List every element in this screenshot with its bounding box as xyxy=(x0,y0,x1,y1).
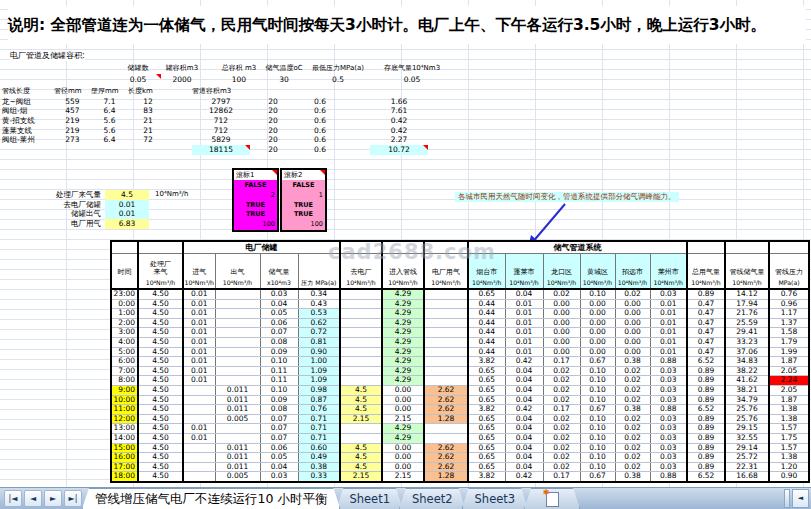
flow-value[interactable]: 0.01 xyxy=(105,200,149,210)
flow-unit: 10⁴Nm³/h xyxy=(155,190,188,200)
data-cell: 0.65 xyxy=(468,462,505,472)
data-cell: 4.50 xyxy=(138,414,183,424)
data-cell: 0.00 xyxy=(382,443,424,453)
data-cell: 0.01 xyxy=(183,328,215,338)
flow-value[interactable]: 0.01 xyxy=(105,209,149,219)
data-cell: 6.52 xyxy=(687,472,725,482)
scrollbar-split-handle[interactable] xyxy=(784,489,790,508)
insert-worksheet-icon xyxy=(546,492,559,507)
data-cell: 2.05 xyxy=(769,366,809,376)
data-cell: 4.29 xyxy=(382,309,424,319)
column-header xyxy=(298,254,340,278)
data-cell: 1.87 xyxy=(769,357,809,367)
column-header: 电厂用气 xyxy=(424,254,468,278)
data-cell: 2.62 xyxy=(424,385,468,395)
table-row: 8:004.500.010.111.094.290.650.040.020.10… xyxy=(111,376,809,386)
time-cell: 10:00 xyxy=(111,395,138,405)
data-cell xyxy=(340,289,382,299)
pipeline-value: 12 xyxy=(128,97,168,107)
prev-sheet-button[interactable]: ◄ xyxy=(24,490,42,507)
scrollbar-control-1[interactable]: 滚标1FALSE2TRUETRUE100 xyxy=(232,168,279,232)
data-cell: 0.44 xyxy=(468,309,505,319)
data-cell: 4.29 xyxy=(382,433,424,443)
pipeline-row: 阀组-烟4576.48312862200.67.61 xyxy=(2,106,428,116)
data-cell: 4.50 xyxy=(138,433,183,443)
column-header: 龙口区 xyxy=(543,254,580,278)
data-cell: 0.02 xyxy=(543,395,580,405)
table-row: 0:004.500.010.040.434.290.440.010.000.00… xyxy=(111,299,809,309)
data-cell xyxy=(183,395,215,405)
column-header: 出气 xyxy=(215,254,260,278)
data-cell: 4.50 xyxy=(138,443,183,453)
flow-value[interactable]: 4.5 xyxy=(105,190,149,200)
data-cell: 2.62 xyxy=(424,405,468,415)
data-cell: 4.5 xyxy=(340,405,382,415)
data-cell: 0.01 xyxy=(183,366,215,376)
data-cell: 0.89 xyxy=(687,395,725,405)
data-cell xyxy=(340,366,382,376)
data-cell xyxy=(424,357,468,367)
plant-params-table: 储罐数罐容积m3总容积 m3储气温度oC最低压力MPa(a)存底气量10⁴Nm3… xyxy=(115,62,455,86)
column-unit: 10⁴Nm³/h xyxy=(543,277,580,289)
data-cell xyxy=(424,309,468,319)
tab-active-sheet[interactable]: 管线增压储气电厂不连续运行10 小时平衡 xyxy=(82,488,340,509)
data-cell: 2.62 xyxy=(424,453,468,463)
data-cell xyxy=(340,337,382,347)
data-cell: 0.76 xyxy=(769,289,809,299)
data-cell: 0.81 xyxy=(298,337,340,347)
flow-value[interactable]: 6.83 xyxy=(105,219,149,229)
spacer xyxy=(687,241,725,254)
time-cell: 18:00 xyxy=(111,472,138,482)
pipeline-value xyxy=(344,116,370,126)
data-cell: 4.50 xyxy=(138,357,183,367)
next-sheet-button[interactable]: ► xyxy=(44,490,62,507)
tab-nav-buttons: |◄ ◄ ► ►| xyxy=(0,488,86,509)
time-cell: 5:00 xyxy=(111,347,138,357)
scroll-left-button[interactable]: ◄ xyxy=(792,489,809,508)
data-cell: 0.47 xyxy=(687,328,725,338)
data-cell: 0.05 xyxy=(260,453,298,463)
data-cell xyxy=(424,424,468,434)
pipeline-value: 6.4 xyxy=(91,106,128,116)
pipeline-name: 龙~阀组 xyxy=(2,97,54,107)
data-cell: 0.89 xyxy=(687,414,725,424)
param-header: 罐容积m3 xyxy=(161,62,203,74)
pipeline-value: 5829 xyxy=(192,135,250,145)
data-cell xyxy=(424,376,468,386)
data-cell: 25.76 xyxy=(725,414,769,424)
data-cell: 16.68 xyxy=(725,472,769,482)
pipeline-value: 6.4 xyxy=(91,135,128,145)
data-cell: 0.04 xyxy=(505,289,543,299)
data-cell xyxy=(424,433,468,443)
pipeline-header: 管道容积m3 xyxy=(192,87,250,97)
spacer xyxy=(424,241,468,254)
tab-sheet1[interactable]: Sheet1 xyxy=(336,488,403,509)
tab-sheet2[interactable]: Sheet2 xyxy=(399,488,466,509)
pipeline-total-value xyxy=(168,145,192,155)
excel-window: 说明: 全部管道连为一体储气，民用气时间按每天3小时计。电厂上午、下午各运行3.… xyxy=(0,0,811,509)
pipeline-header: 壁厚mm xyxy=(91,87,128,97)
flow-row: 去电厂储罐0.01 xyxy=(5,200,188,210)
pipeline-value xyxy=(168,97,192,107)
data-cell xyxy=(183,405,215,415)
pipeline-value: 219 xyxy=(54,126,91,136)
pipeline-total-value xyxy=(344,145,370,155)
data-cell: 0.43 xyxy=(298,299,340,309)
data-cell: 0.01 xyxy=(183,433,215,443)
last-sheet-button[interactable]: ►| xyxy=(64,490,82,507)
data-cell: 3.82 xyxy=(468,405,505,415)
data-cell: 1.37 xyxy=(769,318,809,328)
tab-sheet3[interactable]: Sheet3 xyxy=(462,488,529,509)
data-cell: 0.02 xyxy=(543,385,580,395)
pipeline-value xyxy=(344,106,370,116)
data-cell: 0.00 xyxy=(543,318,580,328)
table-row: 1:004.500.010.050.534.290.440.010.000.00… xyxy=(111,309,809,319)
param-header: 存底气量10⁴Nm3 xyxy=(369,62,455,74)
data-cell: 0.65 xyxy=(468,289,505,299)
column-unit: 10⁴Nm³/h xyxy=(340,277,382,289)
insert-worksheet-button[interactable] xyxy=(524,488,580,509)
first-sheet-button[interactable]: |◄ xyxy=(4,490,22,507)
pipeline-value: 712 xyxy=(192,126,250,136)
data-cell: 0.38 xyxy=(615,472,650,482)
scrollbar-control-2[interactable]: 滚标2FALSE1TRUETRUE100 xyxy=(280,168,327,232)
